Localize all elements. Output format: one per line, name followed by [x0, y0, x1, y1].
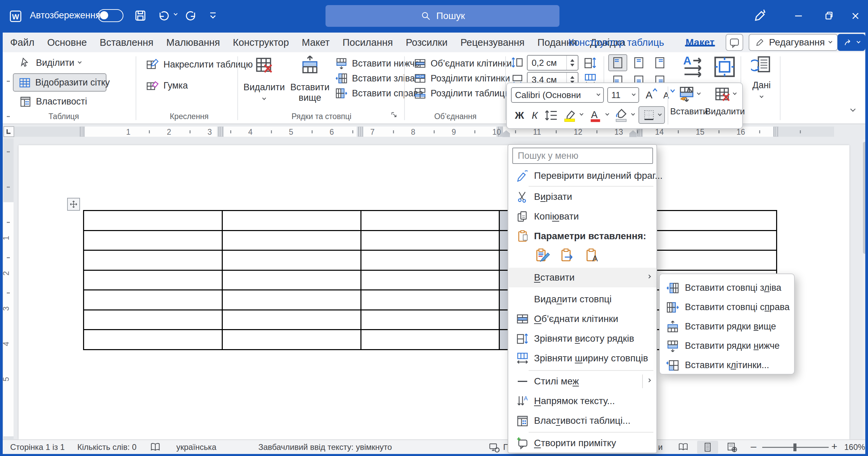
shading-button[interactable] — [613, 108, 629, 123]
minibar-insert-button[interactable]: Вставити — [672, 85, 706, 117]
paste-text-only-button[interactable]: A — [584, 247, 601, 264]
search-box[interactable]: Пошук — [326, 5, 559, 27]
table-cell[interactable] — [84, 290, 223, 310]
submenu-insert-columns-right[interactable]: Вставити стовпці справа — [660, 298, 794, 317]
table-cell[interactable] — [361, 330, 500, 350]
table-cell[interactable] — [84, 231, 223, 251]
zoom-in-button[interactable]: + — [831, 441, 837, 452]
paste-keep-formatting-button[interactable] — [533, 247, 551, 264]
tab-insert[interactable]: Вставлення — [98, 33, 155, 52]
close-button[interactable] — [843, 4, 868, 28]
tab-mailings[interactable]: Розсилки — [405, 33, 449, 52]
table-cell[interactable] — [361, 231, 500, 251]
tab-table-design[interactable]: Конструктор таблиць — [567, 33, 666, 52]
table-properties-button[interactable]: Властивості — [19, 95, 87, 108]
paste-merge-formatting-button[interactable] — [558, 247, 576, 264]
undo-dropdown-chevron[interactable] — [174, 12, 177, 15]
distribute-rows-button[interactable] — [583, 56, 597, 70]
read-mode-button[interactable] — [673, 441, 694, 454]
merge-cells-button[interactable]: Об’єднати клітинки — [414, 57, 512, 70]
eraser-button[interactable]: Гумка — [146, 79, 188, 92]
split-cells-button[interactable]: Розділити клітинки — [414, 72, 510, 85]
save-button[interactable] — [133, 8, 148, 23]
text-direction-button[interactable]: А — [679, 54, 705, 79]
status-page-number[interactable]: Сторінка 1 із 1 — [10, 442, 65, 452]
status-word-count[interactable]: Кількість слів: 0 — [77, 442, 137, 452]
select-button[interactable]: Виділити — [19, 56, 81, 69]
tab-draw[interactable]: Малювання — [165, 33, 221, 52]
menu-item-text-direction[interactable]: А Напрямок тексту... — [509, 391, 656, 411]
menu-item-copy[interactable]: Копіювати — [509, 207, 656, 226]
menu-item-distribute-rows[interactable]: Зрівняти висоту рядків — [509, 329, 656, 348]
table-cell[interactable] — [84, 271, 223, 291]
menu-item-check-selection[interactable]: Перевірити виділений фраг... — [509, 166, 656, 186]
menu-item-insert[interactable]: Вставити — [509, 268, 656, 287]
tab-file[interactable]: Файл — [9, 33, 36, 52]
tab-home[interactable]: Основне — [46, 33, 88, 52]
align-top-center-button[interactable] — [629, 54, 648, 71]
redo-button[interactable] — [184, 8, 199, 23]
minibar-delete-button[interactable]: Видалити — [708, 85, 742, 117]
table-cell[interactable] — [223, 211, 361, 231]
table-cell[interactable] — [361, 271, 500, 291]
align-top-left-button[interactable] — [608, 54, 627, 71]
table-cell[interactable] — [638, 211, 777, 231]
table-cell[interactable] — [361, 211, 500, 231]
table-cell[interactable] — [223, 271, 361, 291]
share-button[interactable] — [837, 34, 865, 51]
grow-font-button[interactable]: A — [643, 87, 658, 102]
tab-design[interactable]: Конструктор — [232, 33, 290, 52]
table-cell[interactable] — [223, 231, 361, 251]
submenu-insert-columns-left[interactable]: Вставити стовпці зліва — [660, 278, 794, 298]
draw-table-button[interactable]: Накреслити таблицю — [146, 58, 253, 71]
line-spacing-button[interactable] — [544, 108, 559, 123]
submenu-insert-rows-below[interactable]: Вставити рядки нижче — [660, 336, 794, 356]
proofing-icon[interactable] — [149, 441, 161, 454]
menu-item-cut[interactable]: Вирізати — [509, 187, 656, 207]
insert-left-button[interactable]: Вставити зліва — [335, 72, 415, 85]
tab-layout[interactable]: Макет — [300, 33, 331, 52]
minimize-button[interactable] — [786, 4, 811, 28]
table-cell[interactable] — [84, 251, 223, 271]
insert-right-button[interactable]: Вставити справа — [335, 87, 423, 100]
display-settings-icon[interactable] — [488, 441, 500, 454]
table-cell[interactable] — [361, 290, 500, 310]
menu-item-delete-columns[interactable]: Видалити стовпці — [509, 289, 656, 309]
zoom-level[interactable]: 160% — [844, 442, 865, 452]
data-button[interactable]: Дані — [746, 54, 777, 97]
dialog-launcher-icon[interactable] — [390, 111, 399, 120]
status-predictive-text[interactable]: Завбачливий ввід тексту: увімкнуто — [258, 442, 392, 452]
borders-button[interactable] — [638, 106, 665, 124]
table-cell[interactable] — [84, 211, 223, 231]
zoom-slider-thumb[interactable] — [793, 443, 796, 451]
font-size-combo[interactable]: 11 — [607, 87, 639, 103]
customize-quick-access-button[interactable] — [206, 9, 220, 22]
table-cell[interactable] — [84, 330, 223, 350]
table-cell[interactable] — [638, 251, 777, 271]
view-gridlines-button[interactable]: Відобразити сітку — [13, 73, 106, 92]
row-height-spinner[interactable]: 0,2 см — [527, 55, 578, 71]
ruler-col-marker[interactable] — [80, 127, 85, 137]
autosave-toggle[interactable] — [98, 9, 123, 22]
web-layout-button[interactable] — [722, 441, 743, 454]
copilot-icon[interactable] — [752, 8, 768, 24]
table-cell[interactable] — [223, 290, 361, 310]
status-language[interactable]: українська — [176, 442, 216, 452]
split-table-button[interactable]: Розділити таблицю — [414, 87, 512, 100]
cell-margins-button[interactable] — [712, 54, 737, 79]
table-cell[interactable] — [223, 310, 361, 330]
table-cell[interactable] — [361, 310, 500, 330]
font-name-combo[interactable]: Calibri (Основни — [511, 87, 604, 103]
collapse-ribbon-chevron[interactable] — [850, 107, 856, 112]
delete-button[interactable]: Видалити — [244, 55, 284, 99]
font-color-dropdown-chevron[interactable] — [605, 112, 609, 115]
menu-item-merge-cells[interactable]: Об’єднати клітинки — [509, 309, 656, 329]
table-cell[interactable] — [361, 251, 500, 271]
italic-button[interactable]: К — [529, 108, 541, 123]
tab-references[interactable]: Посилання — [341, 33, 394, 52]
submenu-insert-cells[interactable]: Вставити клітинки... — [660, 356, 794, 375]
table-move-handle[interactable] — [67, 198, 80, 211]
undo-button[interactable] — [156, 8, 171, 23]
restore-button[interactable] — [816, 4, 842, 28]
zoom-out-button[interactable]: – — [751, 441, 756, 452]
